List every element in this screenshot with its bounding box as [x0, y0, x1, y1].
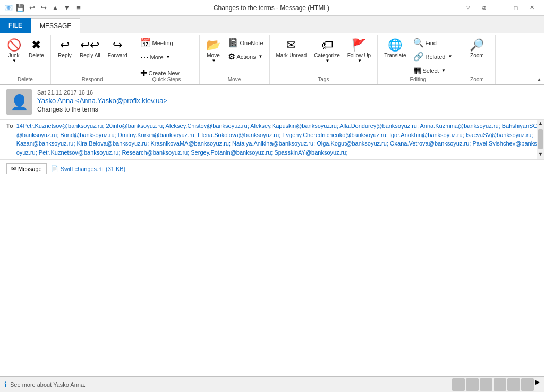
scroll-down-arrow[interactable]: ▼: [537, 150, 544, 159]
to-label: To: [6, 122, 13, 157]
app-icon: 📧: [4, 4, 13, 12]
up-icon[interactable]: ▲: [51, 4, 60, 12]
zoom-icon: 🔎: [470, 38, 484, 52]
zoom-button[interactable]: 🔎 Zoom: [466, 36, 488, 61]
related-label: Related: [426, 54, 446, 60]
minimize-button[interactable]: ─: [492, 3, 508, 13]
expand-icon: ▲: [537, 76, 542, 82]
status-bar-avatars: ▶: [452, 378, 540, 391]
maximize-button[interactable]: □: [508, 3, 524, 13]
reply-all-button[interactable]: ↩↩ Reply All: [76, 36, 104, 61]
window-controls: ? ⧉ ─ □ ✕: [460, 3, 540, 13]
follow-up-button[interactable]: 🚩 Follow Up ▼: [344, 36, 374, 65]
help-button[interactable]: ?: [460, 3, 476, 13]
scroll-up-arrow[interactable]: ▲: [537, 120, 544, 128]
follow-up-label: Follow Up: [347, 53, 371, 58]
quicksteps-group-label: Quick Steps: [152, 76, 181, 82]
message-tab[interactable]: ✉ Message: [6, 163, 47, 174]
more-quicksteps-button[interactable]: ⋯ More ▼: [138, 50, 196, 64]
move-icon: 📂: [206, 38, 220, 52]
attach-file-size: (31 KB): [106, 166, 125, 172]
attachment-row: ✉ Message 📄 Swift changes.rtf (31 KB): [0, 159, 544, 177]
save-icon[interactable]: 💾: [16, 4, 24, 12]
tab-message[interactable]: MESSAGE: [31, 18, 80, 33]
categorize-label: Categorize: [314, 53, 339, 58]
categorize-icon: 🏷: [321, 38, 333, 52]
junk-button[interactable]: 🚫 Junk ▼: [3, 36, 24, 65]
create-new-label: Create New: [149, 70, 180, 76]
title-bar: 📧 💾 ↩ ↪ ▲ ▼ ≡ Changes to the terms - Mes…: [0, 0, 544, 16]
categorize-button[interactable]: 🏷 Categorize ▼: [311, 36, 343, 65]
reply-icon: ↩: [60, 38, 70, 52]
delete-icon: ✖: [31, 38, 41, 52]
forward-label: Forward: [108, 53, 128, 58]
onenote-icon: 📓: [228, 38, 239, 48]
translate-button[interactable]: 🌐 Translate: [381, 36, 409, 61]
ribbon-group-zoom: 🔎 Zoom Zoom: [458, 35, 496, 84]
move-button[interactable]: 📂 Move ▼: [203, 36, 224, 65]
translate-icon: 🌐: [388, 38, 402, 52]
zoom-group-label: Zoom: [470, 76, 484, 82]
email-date: Sat 21.11.2017 16:16: [37, 89, 538, 96]
status-avatar-6: [521, 378, 534, 391]
onenote-label: OneNote: [240, 40, 264, 46]
find-button[interactable]: 🔍 Find: [411, 36, 455, 49]
respond-group-label: Respond: [82, 76, 103, 82]
email-from[interactable]: Yasko Anna <Anna.Yasko@profix.kiev.ua>: [37, 97, 538, 105]
ribbon-expand[interactable]: ▲: [537, 35, 544, 84]
junk-dropdown-arrow: ▼: [12, 58, 16, 63]
tab-file[interactable]: FILE: [0, 18, 31, 33]
scroll-thumb: [538, 129, 543, 149]
meeting-button[interactable]: 📅 Meeting: [138, 36, 196, 49]
actions-dd-arrow: ▼: [259, 54, 263, 59]
attachment-file[interactable]: 📄 Swift changes.rtf (31 KB): [51, 165, 126, 172]
message-tab-label: Message: [18, 166, 42, 172]
status-avatar-5: [507, 378, 520, 391]
meeting-label: Meeting: [152, 40, 173, 46]
qs-separator: [138, 65, 196, 65]
status-avatar-1: [452, 378, 465, 391]
find-label: Find: [426, 40, 437, 46]
redo-icon[interactable]: ↪: [39, 4, 48, 12]
ribbon-group-delete: 🚫 Junk ▼ ✖ Delete Delete: [0, 35, 51, 84]
to-scrollbar[interactable]: ▲ ▼: [537, 120, 544, 159]
email-meta: Sat 21.11.2017 16:16 Yasko Anna <Anna.Ya…: [37, 89, 538, 113]
translate-label: Translate: [384, 53, 406, 58]
related-button[interactable]: 🔗 Related ▼: [411, 50, 455, 63]
move-col: 📓 OneNote ⚙ Actions ▼: [225, 36, 266, 63]
reply-all-icon: ↩↩: [80, 38, 99, 52]
actions-button[interactable]: ⚙ Actions ▼: [225, 50, 266, 63]
move-label: Move: [207, 53, 219, 58]
window-title: Changes to the terms - Message (HTML): [83, 4, 460, 12]
find-icon: 🔍: [413, 38, 424, 48]
move-group-label: Move: [228, 76, 241, 82]
onenote-button[interactable]: 📓 OneNote: [225, 36, 266, 49]
related-icon: 🔗: [413, 52, 424, 62]
delete-button[interactable]: ✖ Delete: [26, 36, 47, 61]
ribbon: 🚫 Junk ▼ ✖ Delete Delete ↩ Reply ↩↩ Repl…: [0, 33, 544, 85]
attach-file-icon: 📄: [51, 165, 58, 172]
more-title-icon[interactable]: ≡: [74, 4, 83, 12]
email-subject: Changes to the terms: [37, 106, 538, 113]
restore-button[interactable]: ⧉: [476, 3, 492, 13]
message-tab-envelope-icon: ✉: [11, 165, 16, 172]
zoom-label: Zoom: [470, 53, 484, 58]
meeting-icon: 📅: [140, 38, 151, 48]
down-icon[interactable]: ▼: [63, 4, 71, 12]
mark-unread-button[interactable]: ✉ Mark Unread: [273, 36, 310, 61]
tab-bar: FILE MESSAGE: [0, 16, 544, 33]
close-button[interactable]: ✕: [524, 3, 540, 13]
undo-icon[interactable]: ↩: [28, 4, 36, 12]
reply-button[interactable]: ↩ Reply: [54, 36, 75, 61]
forward-button[interactable]: ↪ Forward: [105, 36, 131, 61]
select-label: Select: [423, 67, 439, 74]
delete-group-label: Delete: [18, 76, 33, 82]
forward-icon: ↪: [113, 38, 122, 52]
avatar-icon: 👤: [10, 93, 29, 111]
ribbon-group-respond: ↩ Reply ↩↩ Reply All ↪ Forward Respond: [51, 35, 134, 84]
ribbon-group-tags: ✉ Mark Unread 🏷 Categorize ▼ 🚩 Follow Up…: [270, 35, 378, 84]
select-icon: ▦: [413, 65, 421, 75]
status-avatar-more[interactable]: ▶: [535, 378, 540, 391]
email-header: 👤 Sat 21.11.2017 16:16 Yasko Anna <Anna.…: [0, 85, 544, 120]
select-button[interactable]: ▦ Select ▼: [411, 64, 455, 77]
